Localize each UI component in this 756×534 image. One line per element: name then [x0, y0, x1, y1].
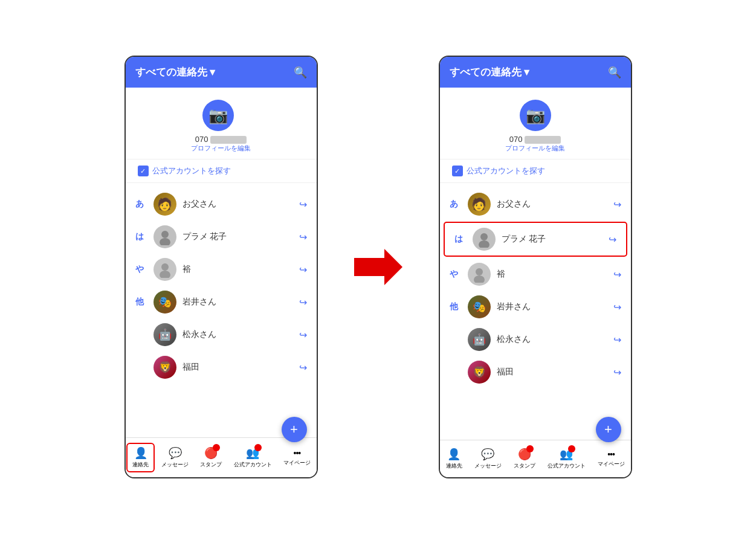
right-invite-3[interactable]: ↪ — [613, 301, 621, 313]
right-arrow-icon — [354, 249, 402, 285]
right-tab-messages[interactable]: 💬 メッセージ — [470, 445, 506, 472]
left-contacts-icon: 👤 — [134, 446, 147, 460]
left-avatar-fukuda: 🦁 — [153, 356, 176, 379]
right-invite-5[interactable]: ↪ — [613, 367, 621, 378]
right-avatar-iwai: 🎭 — [468, 295, 491, 318]
left-profile-avatar[interactable]: 📷 — [202, 100, 234, 131]
right-avatar-dad: 🧑 — [468, 193, 491, 216]
left-name-3: 岩井さん — [183, 297, 299, 307]
right-profile-edit[interactable]: プロフィールを編集 — [505, 144, 565, 153]
right-contact-row-0[interactable]: あ 🧑 お父さん ↪ — [440, 188, 631, 220]
right-official-icon: 👥 — [560, 448, 573, 461]
right-tab-mypage[interactable]: ••• マイページ — [593, 447, 630, 471]
svg-point-6 — [479, 240, 489, 248]
left-invite-5[interactable]: ↪ — [299, 362, 307, 373]
right-fab[interactable]: + — [596, 417, 621, 442]
left-search-icon[interactable]: 🔍 — [294, 66, 307, 79]
right-section-ha: は — [454, 234, 468, 245]
left-invite-2[interactable]: ↪ — [299, 264, 307, 275]
right-contact-row-5[interactable]: 🦁 福田 ↪ — [440, 356, 631, 388]
right-contacts-icon: 👤 — [447, 448, 460, 461]
right-messages-icon: 💬 — [481, 448, 494, 461]
right-name-0: お父さん — [497, 199, 613, 210]
left-invite-3[interactable]: ↪ — [299, 297, 307, 308]
left-tab-stamps[interactable]: 🔴 スタンプ — [195, 444, 227, 471]
left-mypage-icon: ••• — [293, 448, 300, 458]
left-footer: 👤 連絡先 💬 メッセージ 🔴 スタンプ 👥 公式アカウント ••• マイページ — [126, 437, 317, 477]
right-profile-section: 📷 070 プロフィールを編集 — [440, 88, 631, 159]
right-name-5: 福田 — [497, 367, 613, 378]
right-tab-contacts[interactable]: 👤 連絡先 — [441, 445, 467, 472]
left-tab-official[interactable]: 👥 公式アカウント — [229, 444, 277, 471]
left-section-a: あ — [135, 199, 149, 210]
right-contact-row-1[interactable]: は プラメ 花子 ↪ — [445, 223, 626, 256]
right-name-1: プラメ 花子 — [502, 234, 609, 245]
svg-marker-4 — [354, 249, 402, 285]
left-official-row[interactable]: ✓ 公式アカウントを探す — [126, 159, 317, 183]
left-tab-mypage[interactable]: ••• マイページ — [279, 446, 315, 469]
right-avatar-fukuda: 🦁 — [468, 361, 491, 384]
left-profile-section: 📷 070 プロフィールを編集 — [126, 88, 317, 159]
left-invite-4[interactable]: ↪ — [299, 329, 307, 341]
right-header: すべての連絡先 ▾ 🔍 — [440, 57, 631, 88]
left-contact-row-1[interactable]: は プラメ 花子 ↪ — [126, 220, 317, 253]
right-invite-0[interactable]: ↪ — [613, 199, 621, 210]
left-contact-row-5[interactable]: 🦁 福田 ↪ — [126, 351, 317, 384]
left-name-2: 裕 — [183, 264, 299, 275]
right-tab-official[interactable]: 👥 公式アカウント — [543, 445, 590, 472]
left-fab[interactable]: + — [282, 417, 307, 442]
left-contact-row-0[interactable]: あ 🧑 お父さん ↪ — [126, 188, 317, 220]
left-invite-1[interactable]: ↪ — [299, 231, 307, 243]
right-contact-row-3[interactable]: 他 🎭 岩井さん ↪ — [440, 291, 631, 323]
left-contact-row-3[interactable]: 他 🎭 岩井さん ↪ — [126, 286, 317, 318]
left-phone: すべての連絡先 ▾ 🔍 📷 070 プロフィールを編集 ✓ 公式アカウントを探す — [124, 56, 318, 478]
right-contact-highlighted-wrapper: は プラメ 花子 ↪ — [444, 222, 627, 257]
right-contact-row-4[interactable]: 🤖 松永さん ↪ — [440, 323, 631, 356]
right-section-ta: 他 — [450, 301, 463, 312]
left-official-icon: 👥 — [246, 446, 259, 460]
direction-arrow — [354, 249, 402, 285]
right-avatar-hanako — [473, 228, 496, 251]
right-profile-avatar[interactable]: 📷 — [520, 100, 551, 131]
left-tab-contacts[interactable]: 👤 連絡先 — [126, 443, 155, 472]
svg-point-1 — [160, 238, 170, 245]
left-name-5: 福田 — [183, 362, 299, 373]
right-title-text: すべての連絡先 — [450, 65, 522, 79]
left-invite-0[interactable]: ↪ — [299, 199, 307, 210]
left-section-ya: や — [135, 264, 149, 275]
right-check-icon: ✓ — [452, 166, 463, 176]
right-contact-row-2[interactable]: や 裕 ↪ — [440, 258, 631, 291]
right-dropdown-arrow[interactable]: ▾ — [524, 66, 529, 79]
right-invite-4[interactable]: ↪ — [613, 334, 621, 346]
left-mypage-label: マイページ — [283, 459, 311, 467]
right-avatar-yutaka — [468, 263, 491, 286]
left-profile-edit[interactable]: プロフィールを編集 — [191, 144, 251, 153]
right-mypage-label: マイページ — [598, 460, 625, 468]
left-contact-row-2[interactable]: や 裕 ↪ — [126, 253, 317, 286]
right-search-icon[interactable]: 🔍 — [608, 66, 621, 79]
left-name-1: プラメ 花子 — [183, 231, 299, 242]
right-messages-label: メッセージ — [474, 462, 502, 470]
left-contacts-label: 連絡先 — [132, 461, 149, 469]
left-name-4: 松永さん — [183, 329, 299, 340]
right-section-a: あ — [450, 199, 463, 210]
left-phone-number: 070 — [195, 135, 247, 144]
right-invite-1[interactable]: ↪ — [609, 234, 616, 245]
left-tab-messages[interactable]: 💬 メッセージ — [157, 444, 193, 471]
left-name-0: お父さん — [183, 199, 299, 210]
left-stamps-label: スタンプ — [200, 461, 222, 469]
left-stamps-icon: 🔴 — [204, 446, 218, 460]
left-avatar-iwai: 🎭 — [153, 291, 176, 314]
left-contact-row-4[interactable]: 🤖 松永さん ↪ — [126, 318, 317, 351]
left-dropdown-arrow[interactable]: ▾ — [210, 66, 215, 79]
right-tab-stamps[interactable]: 🔴 スタンプ — [509, 445, 540, 472]
right-body: 📷 070 プロフィールを編集 ✓ 公式アカウントを探す あ 🧑 お父さん ↪ — [440, 88, 631, 440]
left-avatar-dad: 🧑 — [153, 193, 176, 216]
right-section-ya: や — [450, 269, 463, 280]
svg-point-2 — [161, 263, 169, 271]
right-official-row[interactable]: ✓ 公式アカウントを探す — [440, 159, 631, 183]
right-stamps-icon: 🔴 — [518, 448, 531, 461]
right-invite-2[interactable]: ↪ — [613, 269, 621, 280]
right-stamps-label: スタンプ — [514, 462, 535, 470]
left-header-title: すべての連絡先 ▾ — [135, 65, 215, 79]
